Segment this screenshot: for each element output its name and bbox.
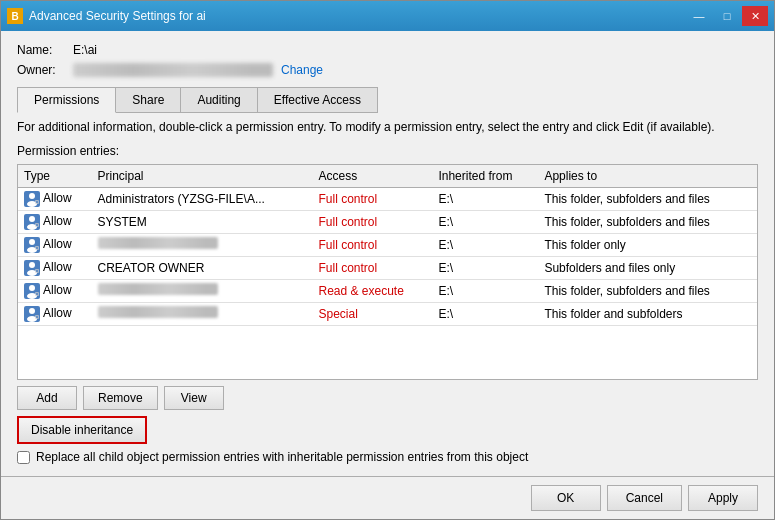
cell-applies: This folder only: [538, 233, 757, 256]
type-text: Allow: [43, 191, 72, 205]
col-header-inherited: Inherited from: [432, 165, 538, 188]
table-row[interactable]: AllowSYSTEMFull controlE:\This folder, s…: [18, 210, 757, 233]
disable-inheritance-button[interactable]: Disable inheritance: [17, 416, 147, 444]
owner-value-blurred: [73, 63, 273, 77]
tab-effective-access[interactable]: Effective Access: [257, 87, 378, 113]
user-icon: [24, 283, 43, 297]
cell-type: Allow: [18, 210, 92, 233]
tab-share[interactable]: Share: [115, 87, 181, 113]
col-header-applies: Applies to: [538, 165, 757, 188]
cell-principal: CREATOR OWNER: [92, 256, 313, 279]
title-bar-buttons: — □ ✕: [686, 6, 768, 26]
content-area: Name: E:\ai Owner: Change Permissions Sh…: [1, 31, 774, 476]
window-title: Advanced Security Settings for ai: [29, 9, 206, 23]
type-text: Allow: [43, 260, 72, 274]
type-text: Allow: [43, 237, 72, 251]
principal-blurred: [98, 283, 218, 295]
permission-table: Type Principal Access Inherited from App…: [18, 165, 757, 326]
table-row[interactable]: AllowRead & executeE:\This folder, subfo…: [18, 279, 757, 302]
cell-type: Allow: [18, 187, 92, 210]
user-icon: [24, 214, 43, 228]
svg-point-1: [29, 193, 35, 199]
cell-access: Read & execute: [312, 279, 432, 302]
table-header-row: Type Principal Access Inherited from App…: [18, 165, 757, 188]
permission-table-wrapper: Type Principal Access Inherited from App…: [17, 164, 758, 380]
ok-button[interactable]: OK: [531, 485, 601, 511]
cell-type: Allow: [18, 256, 92, 279]
owner-label: Owner:: [17, 63, 65, 77]
replace-permissions-checkbox[interactable]: [17, 451, 30, 464]
cell-type: Allow: [18, 279, 92, 302]
description-text: For additional information, double-click…: [17, 119, 758, 136]
type-text: Allow: [43, 214, 72, 228]
cell-inherited: E:\: [432, 302, 538, 325]
svg-point-29: [36, 316, 38, 318]
cell-applies: Subfolders and files only: [538, 256, 757, 279]
table-row[interactable]: AllowSpecialE:\This folder and subfolder…: [18, 302, 757, 325]
disable-inheritance-row: Disable inheritance: [17, 416, 758, 444]
cell-principal: SYSTEM: [92, 210, 313, 233]
table-row[interactable]: AllowCREATOR OWNERFull controlE:\Subfold…: [18, 256, 757, 279]
cell-access: Full control: [312, 233, 432, 256]
user-icon: [24, 191, 43, 205]
checkbox-row: Replace all child object permission entr…: [17, 450, 758, 464]
cell-principal: [92, 233, 313, 256]
table-row[interactable]: AllowAdministrators (YZSG-FILE\A...Full …: [18, 187, 757, 210]
col-header-principal: Principal: [92, 165, 313, 188]
cell-type: Allow: [18, 233, 92, 256]
window-icon: B: [7, 8, 23, 24]
principal-blurred: [98, 237, 218, 249]
cell-applies: This folder, subfolders and files: [538, 210, 757, 233]
cell-access: Full control: [312, 187, 432, 210]
change-link[interactable]: Change: [281, 63, 323, 77]
svg-point-9: [36, 224, 38, 226]
svg-point-11: [29, 239, 35, 245]
tabs-row: Permissions Share Auditing Effective Acc…: [17, 87, 758, 113]
name-value: E:\ai: [73, 43, 97, 57]
name-label: Name:: [17, 43, 65, 57]
col-header-type: Type: [18, 165, 92, 188]
cell-principal: [92, 279, 313, 302]
title-bar-left: B Advanced Security Settings for ai: [7, 8, 206, 24]
table-row[interactable]: AllowFull controlE:\This folder only: [18, 233, 757, 256]
svg-point-21: [29, 285, 35, 291]
col-header-access: Access: [312, 165, 432, 188]
checkbox-label: Replace all child object permission entr…: [36, 450, 528, 464]
svg-point-24: [36, 293, 38, 295]
main-window: B Advanced Security Settings for ai — □ …: [0, 0, 775, 520]
tab-auditing[interactable]: Auditing: [180, 87, 257, 113]
cell-inherited: E:\: [432, 210, 538, 233]
cell-access: Special: [312, 302, 432, 325]
minimize-button[interactable]: —: [686, 6, 712, 26]
principal-blurred: [98, 306, 218, 318]
bottom-buttons-row: OK Cancel Apply: [1, 476, 774, 519]
cell-applies: This folder, subfolders and files: [538, 279, 757, 302]
cell-inherited: E:\: [432, 256, 538, 279]
cancel-button[interactable]: Cancel: [607, 485, 682, 511]
svg-point-19: [36, 270, 38, 272]
svg-point-6: [29, 216, 35, 222]
svg-point-26: [29, 308, 35, 314]
cell-principal: [92, 302, 313, 325]
title-bar: B Advanced Security Settings for ai — □ …: [1, 1, 774, 31]
cell-applies: This folder and subfolders: [538, 302, 757, 325]
cell-access: Full control: [312, 256, 432, 279]
name-row: Name: E:\ai: [17, 43, 758, 57]
user-icon: [24, 306, 43, 320]
user-icon: [24, 237, 43, 251]
view-button[interactable]: View: [164, 386, 224, 410]
maximize-button[interactable]: □: [714, 6, 740, 26]
svg-point-14: [36, 247, 38, 249]
close-button[interactable]: ✕: [742, 6, 768, 26]
add-button[interactable]: Add: [17, 386, 77, 410]
svg-point-4: [36, 201, 38, 203]
cell-inherited: E:\: [432, 187, 538, 210]
tab-permissions[interactable]: Permissions: [17, 87, 116, 113]
cell-inherited: E:\: [432, 233, 538, 256]
owner-row: Owner: Change: [17, 63, 758, 77]
svg-point-16: [29, 262, 35, 268]
remove-button[interactable]: Remove: [83, 386, 158, 410]
section-label: Permission entries:: [17, 144, 758, 158]
type-text: Allow: [43, 306, 72, 320]
apply-button[interactable]: Apply: [688, 485, 758, 511]
